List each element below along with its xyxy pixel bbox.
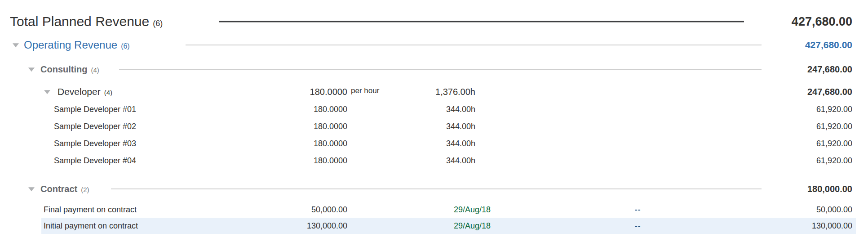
member-label: Sample Developer #02 (54, 122, 136, 131)
empty-value-marker: -- (635, 221, 641, 230)
collapse-caret-icon[interactable] (44, 90, 50, 94)
payment-value: 50,000.00 (311, 205, 347, 215)
payment-label: Final payment on contract (44, 205, 137, 215)
item-count-badge: (6) (121, 42, 130, 50)
payment-amount: 50,000.00 (816, 205, 852, 215)
contract-group-title: Contract(2) (40, 184, 89, 194)
row-label: Total Planned Revenue (10, 14, 149, 29)
category-amount: 427,680.00 (805, 40, 852, 50)
row-sample-developer-04[interactable]: Sample Developer #04 180.0000 344.00h 61… (0, 152, 868, 169)
leader-line (111, 188, 762, 189)
row-sample-developer-03[interactable]: Sample Developer #03 180.0000 344.00h 61… (0, 135, 868, 152)
member-label: Sample Developer #01 (54, 105, 136, 114)
role-amount: 247,680.00 (807, 87, 852, 97)
leader-line (186, 45, 762, 45)
member-hours: 344.00h (446, 122, 475, 131)
empty-value-marker: -- (635, 205, 641, 214)
payment-value: 130,000.00 (307, 221, 347, 231)
row-developer[interactable]: Developer(4) 180.0000 per hour 1,376.00h… (0, 83, 868, 101)
member-label: Sample Developer #04 (54, 156, 136, 166)
member-amount: 61,920.00 (816, 105, 852, 114)
group-amount: 180,000.00 (807, 184, 852, 194)
hourly-rate: 180.0000 (314, 139, 347, 148)
row-contract[interactable]: Contract(2) 180,000.00 (0, 180, 868, 198)
operating-revenue-title: Operating Revenue(6) (24, 39, 130, 51)
row-label: Consulting (40, 64, 87, 74)
item-count-badge: (4) (104, 89, 112, 96)
row-label: Developer (58, 86, 101, 97)
collapse-caret-icon[interactable] (28, 187, 35, 191)
payment-amount: 130,000.00 (812, 221, 852, 231)
hourly-rate: 180.0000 (314, 122, 347, 131)
payment-label: Initial payment on contract (44, 221, 138, 231)
group-amount: 247,680.00 (807, 64, 852, 75)
row-sample-developer-01[interactable]: Sample Developer #01 180.0000 344.00h 61… (0, 101, 868, 118)
hourly-rate: 180.0000 (314, 156, 347, 166)
member-hours: 344.00h (446, 156, 475, 166)
rate-unit-label: per hour (351, 86, 379, 95)
row-consulting[interactable]: Consulting(4) 247,680.00 (0, 60, 868, 78)
hourly-rate: 180.0000 (310, 87, 347, 97)
item-count-badge: (4) (91, 66, 99, 74)
total-amount: 427,680.00 (792, 15, 852, 29)
item-count-badge: (2) (81, 186, 89, 193)
total-hours: 1,376.00h (435, 87, 475, 97)
hourly-rate: 180.0000 (314, 105, 347, 114)
payment-date: 29/Aug/18 (454, 205, 491, 215)
collapse-caret-icon[interactable] (13, 43, 19, 47)
row-highlight (41, 218, 856, 234)
row-sample-developer-02[interactable]: Sample Developer #02 180.0000 344.00h 61… (0, 118, 868, 135)
member-hours: 344.00h (446, 105, 475, 114)
consulting-group-title: Consulting(4) (40, 64, 99, 75)
developer-role-title: Developer(4) (58, 86, 112, 97)
member-amount: 61,920.00 (816, 122, 852, 131)
leader-line (219, 21, 744, 22)
row-label: Operating Revenue (24, 39, 117, 51)
row-initial-payment[interactable]: Initial payment on contract 130,000.00 2… (0, 218, 868, 234)
member-label: Sample Developer #03 (54, 139, 136, 148)
payment-date: 29/Aug/18 (454, 221, 491, 231)
row-label: Contract (40, 184, 77, 194)
member-hours: 344.00h (446, 139, 475, 148)
collapse-caret-icon[interactable] (28, 67, 35, 72)
planned-revenue-table: Total Planned Revenue(6) 427,680.00 Oper… (0, 12, 868, 234)
item-count-badge: (6) (153, 19, 163, 28)
member-amount: 61,920.00 (816, 156, 852, 166)
row-operating-revenue[interactable]: Operating Revenue(6) 427,680.00 (0, 35, 868, 55)
member-amount: 61,920.00 (816, 139, 852, 148)
total-planned-revenue-title: Total Planned Revenue(6) (10, 14, 163, 29)
row-final-payment[interactable]: Final payment on contract 50,000.00 29/A… (0, 202, 868, 218)
row-total-planned-revenue: Total Planned Revenue(6) 427,680.00 (0, 12, 868, 31)
leader-line (119, 69, 762, 70)
